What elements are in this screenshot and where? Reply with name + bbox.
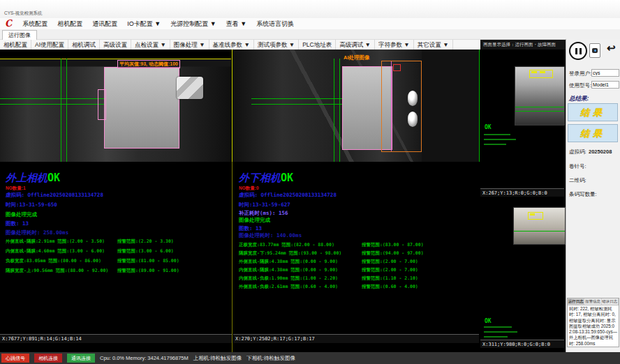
frame-line: 图数: 13 bbox=[239, 225, 262, 232]
toolbar-button[interactable]: 相机配置 bbox=[0, 40, 31, 50]
ai-roi-box bbox=[381, 61, 422, 152]
overlay-hline bbox=[0, 104, 105, 105]
left-camera-image: 平均灰值:93, 动态阈值:100 bbox=[0, 59, 231, 162]
log-tabs: 运行日志 报警信息 错误日志 bbox=[568, 298, 619, 305]
toolbar-button[interactable]: 高级调试 ▼ bbox=[336, 40, 375, 50]
mid-result-title: 外下相机OK bbox=[239, 172, 293, 185]
barcode-line: 虚拟码: Offline20250208133134728 bbox=[6, 192, 103, 199]
title-bar: CYS-视觉检测系统 bbox=[0, 0, 620, 18]
log-tab-error[interactable]: 错误日志 bbox=[602, 298, 619, 305]
measurement-value: 隔膜宽度-上:90.56mm 范围:(88.00 - 92.00) bbox=[6, 268, 108, 274]
toolbar-button[interactable]: 字符参数 ▼ bbox=[375, 40, 414, 50]
menu-item[interactable]: 通讯配置 bbox=[87, 18, 122, 29]
ng-count: NG数量:1 bbox=[6, 185, 26, 192]
alarm-range: 报警范围:(89.00 - 91.00) bbox=[117, 268, 179, 274]
model-label: 使用型号: bbox=[569, 82, 591, 89]
menu-item[interactable]: IO卡配置 ▼ bbox=[122, 18, 165, 29]
mid-pixel-caption: X:270;Y:2502;R:17;G:17;B:17 bbox=[233, 334, 479, 343]
camera-icon bbox=[592, 48, 598, 53]
reflection-blob bbox=[408, 112, 418, 127]
window-title: CYS-视觉检测系统 bbox=[4, 10, 43, 17]
toolbar-button[interactable]: 点检设置 ▼ bbox=[131, 40, 170, 50]
measurement-value: 正极宽度:83.77mm 范围:(82.00 - 88.00) bbox=[239, 242, 334, 248]
overlay-vline bbox=[61, 59, 61, 162]
menu-item[interactable]: 查看 ▼ bbox=[221, 18, 251, 29]
measurement-value: 内侧直线-隔膜:4.60mm 范围:(3.00 - 6.00) bbox=[6, 248, 105, 255]
camera-name: 外下相机 bbox=[239, 172, 281, 184]
log-tab-run[interactable]: 运行日志 bbox=[568, 298, 584, 305]
snapshot-button[interactable] bbox=[589, 43, 600, 58]
menu-item[interactable]: 相机配置 bbox=[52, 18, 87, 29]
measurement-value: 隔膜宽度-下:95.24mm 范围:(93.00 - 98.00) bbox=[239, 250, 341, 257]
measurement-value: 负极宽度:83.05mm 范围:(80.00 - 86.00) bbox=[6, 258, 101, 264]
time-line: 时间:13-31-59-650 bbox=[6, 202, 57, 208]
toolbar: 相机配置AI使用配置相机调试高级设置点检设置 ▼图像处理 ▼基准线参数 ▼测试项… bbox=[0, 40, 480, 50]
measurement-row: 内侧直线-隔膜:4.38mm 范围:(0.00 - 9.00) 报警范围:(2.… bbox=[239, 267, 479, 275]
toolbar-button[interactable]: 其它设置 ▼ bbox=[414, 40, 453, 50]
elapsed-line: 图像处理耗时: 140.00ms bbox=[239, 232, 302, 239]
model-input[interactable] bbox=[591, 81, 619, 89]
done-line: 图像处理完成 bbox=[6, 211, 37, 218]
upper-camera-status: 上相机:待检触发图像 bbox=[193, 355, 242, 362]
back-button[interactable]: ↩ bbox=[607, 43, 616, 53]
log-tab-alarm[interactable]: 报警信息 bbox=[584, 298, 601, 305]
overlay-baseline bbox=[0, 59, 231, 59]
result-text-line bbox=[484, 139, 516, 140]
measurement-value: 外侧直线-隔膜:2.91mm 范围:(2.00 - 3.50) bbox=[6, 238, 105, 245]
result-text-line bbox=[484, 144, 506, 145]
tab-run-image[interactable]: 运行图像 bbox=[2, 30, 37, 40]
overlay-vline bbox=[339, 59, 340, 162]
screen-select-bar[interactable]: 画面显示选择：运行画面・故障画面 bbox=[480, 40, 566, 50]
menu-item[interactable]: 系统配置 bbox=[17, 18, 52, 29]
toolbar-button[interactable]: AI使用配置 bbox=[31, 40, 68, 50]
menu-item[interactable]: 系统语言切换 bbox=[251, 18, 299, 29]
gripper-part bbox=[177, 77, 203, 99]
barcode-label: 虚拟码: bbox=[569, 149, 586, 156]
status-bar: 心跳信号 相机连接 通讯连接 Cpu: 0.0% Memory: 3424.41… bbox=[0, 352, 620, 364]
log-panel: 运行日志 报警信息 错误日志 耗时: 222, 褶皱检测耗时: 17, 褶皱分离… bbox=[567, 298, 619, 347]
measurement-value: 外侧直线-隔膜:4.38mm 范围:(0.00 - 9.00) bbox=[239, 259, 338, 265]
measurement-value: 内侧直线-负极:1.90mm 范围:(1.00 - 2.20) bbox=[239, 275, 338, 282]
electrode-region bbox=[104, 67, 179, 149]
menu-bar: C 系统配置相机配置通讯配置IO卡配置 ▼光源控制配置 ▼查看 ▼系统语言切换 bbox=[0, 18, 620, 29]
toolbar-button[interactable]: 高级设置 bbox=[100, 40, 131, 50]
measurement-row: 外侧直线-负极:2.61mm 范围:(0.60 - 4.00) 报警范围:(0.… bbox=[239, 284, 479, 292]
left-result-title: 外上相机OK bbox=[6, 172, 60, 185]
reel-number-label: 卷针号: bbox=[569, 163, 586, 170]
menu-item[interactable]: 光源控制配置 ▼ bbox=[165, 18, 221, 29]
log-body[interactable]: 耗时: 222, 褶皱检测耗时: 17, 褶皱分离耗时: 0, 褶皱提取分离耗时… bbox=[568, 305, 619, 347]
time-line: 时间:13-31-59-627 bbox=[239, 202, 290, 208]
measurement-row: 内侧直线-负极:1.90mm 范围:(1.00 - 2.20) 报警范围:(1.… bbox=[239, 275, 479, 284]
result-box-1: 结果 bbox=[568, 103, 618, 121]
toolbar-button[interactable]: 图像处理 ▼ bbox=[170, 40, 209, 50]
gray-value-label: 平均灰值:93, 动态阈值:100 bbox=[117, 60, 180, 68]
login-user-input[interactable] bbox=[591, 69, 619, 77]
measurement-row: 正极宽度:83.77mm 范围:(82.00 - 88.00) 报警范围:(83… bbox=[239, 242, 479, 250]
pause-button[interactable] bbox=[569, 42, 587, 60]
alarm-range: 报警范围:(2.20 - 3.30) bbox=[117, 238, 174, 245]
cpu-memory-status: Cpu: 0.0% Memory: 3424.41796875M bbox=[100, 355, 189, 361]
ng-count: NG数量:0 bbox=[239, 185, 259, 192]
defect-box bbox=[393, 64, 401, 71]
measurement-row: 隔膜宽度-上:90.56mm 范围:(88.00 - 92.00) 报警范围:(… bbox=[6, 268, 230, 278]
toolbar-button[interactable]: 相机调试 bbox=[68, 40, 100, 50]
preview1-ok: OK bbox=[485, 124, 492, 130]
result-ok: OK bbox=[47, 172, 60, 184]
alarm-range: 报警范围:(94.00 - 97.00) bbox=[362, 250, 424, 257]
toolbar-button[interactable]: PLC地址表 bbox=[299, 40, 336, 50]
measurement-value: 外侧直线-负极:2.61mm 范围:(0.60 - 4.00) bbox=[239, 284, 338, 290]
reflection-blob bbox=[408, 91, 418, 106]
panel-divider-bright bbox=[232, 50, 232, 162]
heartbeat-status-badge: 心跳信号 bbox=[1, 354, 29, 363]
done-line: 图像处理完成 bbox=[239, 217, 270, 224]
yellow-mark bbox=[530, 213, 535, 215]
alarm-range: 报警范围:(2.00 - 7.00) bbox=[362, 259, 418, 265]
barcode-value: 20250208 bbox=[589, 149, 612, 155]
measurement-value: 内侧直线-隔膜:4.38mm 范围:(0.00 - 9.00) bbox=[239, 267, 338, 273]
alarm-range: 报警范围:(83.00 - 87.00) bbox=[362, 242, 424, 248]
toolbar-button[interactable]: 测试项参数 ▼ bbox=[254, 40, 299, 50]
measurement-row: 隔膜宽度-下:95.24mm 范围:(93.00 - 98.00) 报警范围:(… bbox=[239, 250, 479, 259]
roi-box bbox=[98, 89, 106, 120]
write-count-label: 条码写数量: bbox=[569, 191, 597, 198]
toolbar-button[interactable]: 基准线参数 ▼ bbox=[209, 40, 254, 50]
